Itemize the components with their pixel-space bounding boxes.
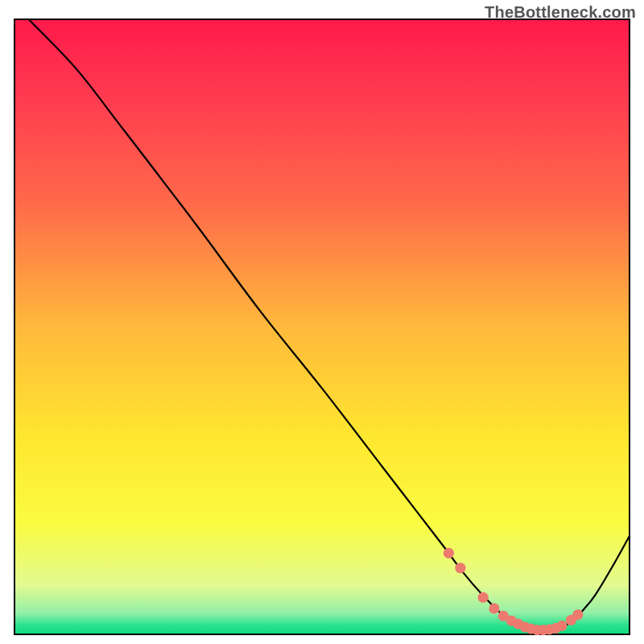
gradient-background [14,19,630,634]
marker-dot [478,592,489,603]
marker-dot [556,621,567,631]
marker-dot [572,609,583,620]
chart-stage: TheBottleneck.com [0,0,644,644]
bottleneck-chart [0,0,644,644]
marker-dot [489,603,499,613]
marker-dot [444,548,454,559]
marker-dot [455,563,465,573]
watermark-text: TheBottleneck.com [485,3,636,22]
